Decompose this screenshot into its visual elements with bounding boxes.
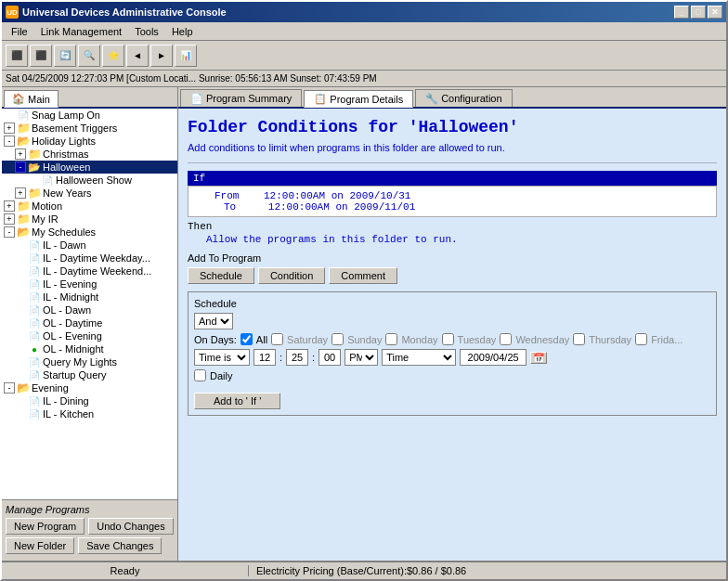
ampm-select[interactable]: AM PM bbox=[344, 349, 378, 366]
expand-icon[interactable]: + bbox=[15, 187, 26, 199]
expand-icon[interactable]: + bbox=[4, 213, 15, 225]
all-days-checkbox[interactable] bbox=[240, 333, 253, 345]
tree-item-query-my-lights[interactable]: 📄 Query My Lights bbox=[2, 355, 177, 368]
condition-then-body: Allow the programs in this folder to run… bbox=[206, 234, 717, 245]
tree-item-ol-daytime[interactable]: 📄 OL - Daytime bbox=[2, 316, 177, 329]
tree-item-ol-dawn[interactable]: 📄 OL - Dawn bbox=[2, 303, 177, 316]
tab-program-details[interactable]: 📋 Program Details bbox=[304, 90, 413, 108]
tab-configuration[interactable]: 🔧 Configuration bbox=[415, 89, 512, 107]
and-select[interactable]: And Or bbox=[194, 313, 233, 329]
comment-button[interactable]: Comment bbox=[329, 267, 397, 284]
friday-label: Frida... bbox=[651, 334, 682, 345]
file-icon: 📄 bbox=[28, 369, 41, 381]
new-folder-button[interactable]: New Folder bbox=[6, 537, 74, 554]
toolbar-btn-4[interactable]: 🔍 bbox=[78, 45, 100, 67]
tab-program-summary[interactable]: 📄 Program Summary bbox=[180, 89, 302, 107]
menu-tools[interactable]: Tools bbox=[129, 25, 164, 38]
condition-if-block: If bbox=[188, 171, 717, 186]
tree-item-holiday-lights[interactable]: - 📂 Holiday Lights bbox=[2, 135, 177, 148]
expand-icon[interactable]: + bbox=[15, 148, 26, 160]
tree-item-snag-lamp[interactable]: 📄 Snag Lamp On bbox=[2, 109, 177, 122]
sunday-checkbox[interactable] bbox=[332, 333, 344, 345]
tree-item-evening[interactable]: - 📂 Evening bbox=[2, 381, 177, 394]
thursday-checkbox[interactable] bbox=[573, 333, 585, 345]
add-to-if-button[interactable]: Add to ' If ' bbox=[194, 393, 280, 409]
save-changes-button[interactable]: Save Changes bbox=[78, 537, 162, 554]
tree-item-christmas[interactable]: + 📁 Christmas bbox=[2, 148, 177, 161]
toolbar-btn-8[interactable]: 📊 bbox=[175, 45, 197, 67]
saturday-checkbox[interactable] bbox=[271, 333, 283, 345]
tree-item-my-ir[interactable]: + 📁 My IR bbox=[2, 213, 177, 226]
toolbar-btn-6[interactable]: ◀ bbox=[126, 45, 149, 67]
monday-checkbox[interactable] bbox=[385, 333, 397, 345]
new-program-button[interactable]: New Program bbox=[6, 518, 84, 535]
title-bar-left: UD Universal Devices Administrative Cons… bbox=[6, 6, 227, 19]
tree-item-il-kitchen[interactable]: 📄 IL - Kitchen bbox=[2, 407, 177, 420]
schedule-box: Schedule And Or On Days: All bbox=[188, 291, 717, 416]
tree-item-il-midnight[interactable]: 📄 IL - Midnight bbox=[2, 290, 177, 303]
tree-item-startup-query[interactable]: 📄 Startup Query bbox=[2, 368, 177, 381]
date-input[interactable] bbox=[460, 349, 526, 366]
calendar-button[interactable]: 📅 bbox=[530, 352, 547, 364]
status-ready: Ready bbox=[2, 565, 249, 576]
tree-item-my-schedules[interactable]: - 📂 My Schedules bbox=[2, 226, 177, 239]
menu-file[interactable]: File bbox=[6, 25, 33, 38]
toolbar-btn-7[interactable]: ▶ bbox=[150, 45, 173, 67]
daily-checkbox[interactable] bbox=[194, 369, 206, 381]
file-icon: 📄 bbox=[28, 356, 41, 368]
tree-item-halloween-show[interactable]: 📄 Halloween Show bbox=[2, 174, 177, 187]
toolbar-btn-2[interactable]: ⬛ bbox=[30, 45, 52, 67]
minute-input[interactable] bbox=[286, 349, 308, 366]
expand-icon[interactable]: - bbox=[4, 382, 15, 394]
close-button[interactable]: ✕ bbox=[708, 6, 722, 19]
minimize-button[interactable]: _ bbox=[674, 6, 689, 19]
tree-item-new-years[interactable]: + 📁 New Years bbox=[2, 187, 177, 200]
time-is-select[interactable]: Time is bbox=[194, 349, 250, 366]
expand-icon[interactable]: + bbox=[4, 200, 15, 212]
tuesday-checkbox[interactable] bbox=[442, 333, 454, 345]
condition-button[interactable]: Condition bbox=[258, 267, 325, 284]
title-bar: UD Universal Devices Administrative Cons… bbox=[2, 2, 726, 22]
menu-help[interactable]: Help bbox=[166, 25, 199, 38]
hour-input[interactable] bbox=[254, 349, 276, 366]
expand-icon[interactable]: + bbox=[4, 123, 15, 134]
folder-open-icon: 📂 bbox=[28, 161, 41, 173]
second-input[interactable] bbox=[318, 349, 341, 366]
toolbar-btn-5[interactable]: ⭐ bbox=[102, 45, 124, 67]
wednesday-checkbox[interactable] bbox=[500, 333, 512, 345]
tree-item-ol-evening[interactable]: 📄 OL - Evening bbox=[2, 329, 177, 342]
tree-item-halloween[interactable]: - 📂 Halloween bbox=[2, 161, 177, 174]
time-type-select[interactable]: Time bbox=[382, 349, 456, 366]
toolbar-btn-3[interactable]: 🔄 bbox=[54, 45, 76, 67]
tree-item-il-dining[interactable]: 📄 IL - Dining bbox=[2, 394, 177, 407]
toolbar-btn-1[interactable]: ⬛ bbox=[6, 45, 28, 67]
tree-item-il-dawn[interactable]: 📄 IL - Dawn bbox=[2, 239, 177, 252]
tree-item-basement[interactable]: + 📁 Basement Triggers bbox=[2, 122, 177, 135]
maximize-button[interactable]: □ bbox=[691, 6, 706, 19]
status-top: Sat 04/25/2009 12:27:03 PM [Custom Locat… bbox=[2, 71, 726, 87]
menu-link-management[interactable]: Link Management bbox=[35, 25, 127, 38]
tab-main[interactable]: 🏠 Main bbox=[4, 90, 58, 108]
expand-icon[interactable]: - bbox=[4, 226, 15, 238]
wednesday-label: Wednesday bbox=[515, 334, 569, 345]
folder-icon: 📁 bbox=[17, 200, 30, 212]
undo-changes-button[interactable]: Undo Changes bbox=[88, 518, 173, 535]
window-title: Universal Devices Administrative Console bbox=[22, 6, 227, 18]
tree-item-il-daytime-weekdays[interactable]: 📄 IL - Daytime Weekday... bbox=[2, 252, 177, 265]
left-panel: 🏠 Main 📄 Snag Lamp On + 📁 Basement Trigg… bbox=[2, 87, 178, 561]
tree-item-il-evening[interactable]: 📄 IL - Evening bbox=[2, 278, 177, 290]
folder-open-icon: 📂 bbox=[17, 226, 30, 238]
manage-buttons-row1: New Program Undo Changes bbox=[6, 518, 174, 535]
tree-container[interactable]: 📄 Snag Lamp On + 📁 Basement Triggers - 📂… bbox=[2, 109, 177, 499]
schedule-button[interactable]: Schedule bbox=[188, 267, 254, 284]
friday-checkbox[interactable] bbox=[635, 333, 647, 345]
tree-item-il-daytime-weekends[interactable]: 📄 IL - Daytime Weekend... bbox=[2, 265, 177, 278]
expand-icon[interactable]: - bbox=[4, 136, 15, 147]
tree-item-motion[interactable]: + 📁 Motion bbox=[2, 200, 177, 213]
expand-icon[interactable]: - bbox=[15, 161, 26, 173]
schedule-title: Schedule bbox=[194, 298, 710, 309]
tree-item-ol-midnight[interactable]: ● OL - Midnight bbox=[2, 342, 177, 355]
all-days-label: All bbox=[256, 334, 267, 345]
status-bar: Ready Electricity Pricing (Base/Current)… bbox=[2, 561, 726, 579]
status-electricity: Electricity Pricing (Base/Current):$0.86… bbox=[249, 565, 726, 576]
